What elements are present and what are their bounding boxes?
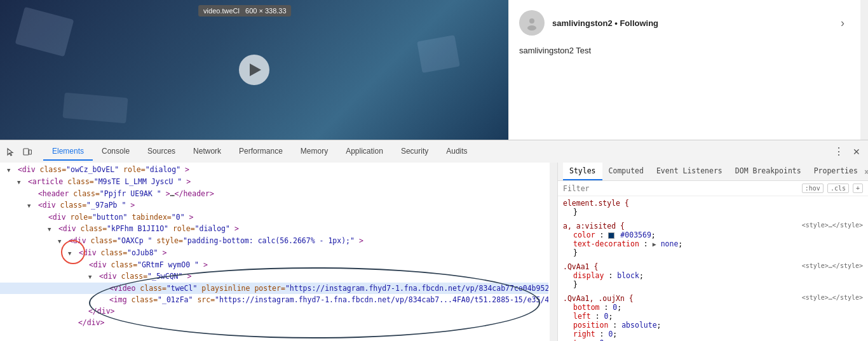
- cls-filter-btn[interactable]: .cls: [827, 184, 849, 193]
- css-prop-value: 0: [600, 338, 604, 341]
- html-line[interactable]: <div role="button" tabindex="0" >: [0, 211, 548, 223]
- css-selector-row: a, a:visited { <style>…</style>: [563, 222, 863, 231]
- browser-content: video.tweCl 600 × 338.33 samlivingston2 …: [0, 0, 868, 140]
- expand-triangle[interactable]: ▼: [48, 224, 54, 235]
- styles-panel: Styles Computed Event Listeners DOM Brea…: [558, 163, 868, 341]
- tab-computed[interactable]: Computed: [602, 163, 650, 180]
- html-line[interactable]: </div>: [0, 305, 548, 317]
- tab-memory[interactable]: Memory: [292, 143, 337, 161]
- expand-triangle[interactable]: ▼: [7, 164, 13, 176]
- video-panel: video.tweCl 600 × 338.33: [0, 0, 508, 140]
- css-property-right: right : 0;: [563, 330, 863, 338]
- video-background: [0, 0, 508, 140]
- css-property-top: top : 0;: [563, 338, 863, 341]
- devtools-toolbar: Elements Console Sources Network Perform…: [0, 140, 868, 163]
- css-close: }: [563, 280, 863, 289]
- css-source-link[interactable]: <style>…</style>: [802, 222, 863, 231]
- tab-sources[interactable]: Sources: [139, 143, 184, 161]
- html-line[interactable]: </div>: [0, 317, 548, 328]
- html-line[interactable]: ▼ <div class="oJub8" >: [0, 247, 548, 259]
- css-selector-row: .QvAa1, .oujXn { <style>…</style>: [563, 294, 863, 303]
- devtools-main: ▼ <div class="owCz_bOvEL" role="dialog" …: [0, 163, 868, 341]
- html-scrollbar[interactable]: [550, 163, 557, 341]
- svg-point-0: [529, 18, 534, 23]
- css-prop-name: left: [573, 312, 591, 321]
- close-icon[interactable]: ✕: [850, 145, 863, 158]
- html-line[interactable]: ▼ <div class="_5wCQN" >: [0, 271, 548, 283]
- css-property-color: color : #003569;: [563, 231, 863, 239]
- devtools-icons: [5, 146, 33, 157]
- css-close: }: [563, 248, 863, 257]
- css-source-link[interactable]: <style>…</style>: [802, 262, 863, 271]
- css-rule-element-style: element.style { }: [563, 199, 863, 217]
- css-rule-qvaa1: .QvAa1 { <style>…</style> display : bloc…: [563, 262, 863, 289]
- right-scrollbar[interactable]: [860, 0, 868, 140]
- tab-styles[interactable]: Styles: [563, 163, 602, 180]
- svg-point-1: [527, 25, 536, 30]
- username-following: samlivingston2 • Following: [552, 18, 835, 28]
- css-property-bottom: bottom : 0;: [563, 303, 863, 312]
- expand-triangle[interactable]: ▼: [68, 248, 74, 259]
- css-prop-name: top: [573, 338, 587, 341]
- css-prop-value: block: [617, 271, 639, 280]
- social-panel: samlivingston2 • Following › samlivingst…: [508, 0, 860, 140]
- html-line-video[interactable]: <video class="tweCl" playsinline poster=…: [0, 283, 548, 294]
- css-close: }: [563, 208, 863, 217]
- tab-elements[interactable]: Elements: [43, 143, 93, 161]
- devtools-right-icons: ⋮ ✕: [832, 145, 863, 158]
- html-line[interactable]: ▼ <div class="owCz_bOvEL" role="dialog" …: [0, 164, 548, 176]
- styles-filter-input[interactable]: [563, 184, 802, 193]
- tab-event-listeners[interactable]: Event Listeners: [650, 163, 729, 180]
- styles-filter-btns: :hov .cls +: [802, 184, 863, 193]
- expand-triangle[interactable]: ▼: [27, 200, 34, 211]
- css-selector-text: element.style {: [563, 199, 629, 208]
- css-property-text-decoration: text-decoration : ▶ none;: [563, 239, 863, 248]
- css-selector-row: .QvAa1 { <style>…</style>: [563, 262, 863, 271]
- cursor-icon[interactable]: [5, 146, 17, 157]
- expand-triangle[interactable]: ▼: [88, 271, 95, 283]
- tab-dom-breakpoints[interactable]: DOM Breakpoints: [729, 163, 808, 180]
- tab-audits[interactable]: Audits: [437, 143, 476, 161]
- css-selector: element.style {: [563, 199, 863, 208]
- more-tabs-icon[interactable]: »: [864, 166, 868, 177]
- html-line[interactable]: <header class="Ppjfr UE9AK " >…</header>: [0, 188, 548, 199]
- css-source-link[interactable]: <style>…</style>: [802, 294, 863, 303]
- styles-tabs: Styles Computed Event Listeners DOM Brea…: [558, 163, 868, 181]
- tab-console[interactable]: Console: [93, 143, 139, 161]
- video-tooltip-size: 600 × 338.33: [245, 7, 287, 15]
- css-property-left: left : 0;: [563, 312, 863, 321]
- html-content: ▼ <div class="owCz_bOvEL" role="dialog" …: [0, 163, 557, 330]
- css-prop-value: none: [661, 239, 679, 248]
- html-line[interactable]: <img class="_01zFa" src="https://instagr…: [0, 294, 548, 305]
- css-selector-text: .QvAa1 {: [563, 262, 598, 271]
- tab-performance[interactable]: Performance: [230, 143, 292, 161]
- html-line[interactable]: <div class="GRtmF wymO0 " >: [0, 259, 548, 271]
- tab-properties[interactable]: Properties: [808, 163, 864, 180]
- tab-security[interactable]: Security: [392, 143, 437, 161]
- html-line[interactable]: ▼ <div class="kPFhm B1JI1O" role="dialog…: [0, 223, 548, 235]
- add-style-btn[interactable]: +: [853, 184, 863, 193]
- html-line[interactable]: ▼ <div class="OAXCp " style="padding-bot…: [0, 235, 548, 247]
- html-line[interactable]: ▼ <article class="M9sTE L_LMM JyscU " >: [0, 176, 548, 188]
- css-rule-anchor: a, a:visited { <style>…</style> color : …: [563, 222, 863, 257]
- html-line[interactable]: ▼ <div class="_97aPb " >: [0, 199, 548, 211]
- device-icon[interactable]: [22, 146, 33, 157]
- svg-marker-2: [8, 149, 13, 156]
- video-tooltip-class: video.tweCl: [203, 7, 240, 15]
- play-icon: [250, 64, 261, 76]
- expand-triangle[interactable]: ▼: [58, 236, 64, 247]
- css-rule-qvaa1-oujxn: .QvAa1, .oujXn { <style>…</style> bottom…: [563, 294, 863, 341]
- chevron-right-button[interactable]: ›: [835, 15, 850, 30]
- css-prop-name: position: [573, 321, 608, 330]
- expand-triangle[interactable]: ▼: [17, 177, 24, 188]
- video-tooltip: video.tweCl 600 × 338.33: [198, 5, 291, 17]
- play-button[interactable]: [239, 55, 269, 85]
- more-options-icon[interactable]: ⋮: [832, 145, 845, 158]
- css-prop-name: text-decoration: [573, 239, 639, 248]
- tab-network[interactable]: Network: [184, 143, 230, 161]
- html-panel: ▼ <div class="owCz_bOvEL" role="dialog" …: [0, 163, 558, 341]
- hov-filter-btn[interactable]: :hov: [802, 184, 824, 193]
- tab-application[interactable]: Application: [337, 143, 392, 161]
- css-property-display: display : block;: [563, 271, 863, 280]
- avatar: [519, 10, 545, 36]
